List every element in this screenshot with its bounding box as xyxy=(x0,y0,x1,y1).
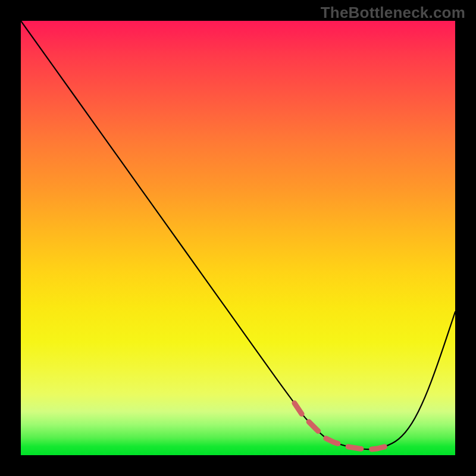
highlight-dashed-line xyxy=(295,403,386,449)
curve-line xyxy=(21,21,455,449)
watermark-text: TheBottleneck.com xyxy=(321,4,465,22)
plot-area xyxy=(21,21,455,455)
chart-svg xyxy=(21,21,455,455)
chart-frame: TheBottleneck.com xyxy=(0,0,476,476)
